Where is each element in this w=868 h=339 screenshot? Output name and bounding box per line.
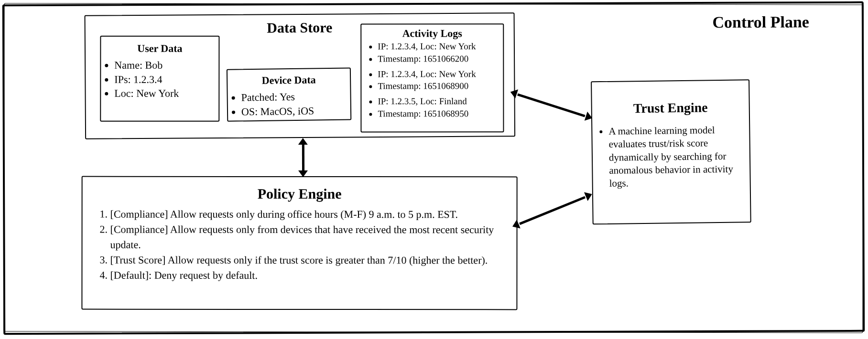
user-data-box: User Data Name: Bob IPs: 1.2.3.4 Loc: Ne… — [100, 36, 219, 122]
device-patched: Patched: Yes — [241, 89, 350, 104]
trust-engine-title: Trust Engine — [592, 99, 749, 117]
device-data-list: Patched: Yes OS: MacOS, iOS — [228, 89, 350, 118]
control-plane-container: Control Plane Data Store User Data Name:… — [2, 1, 865, 335]
rule-3: [Trust Score] Allow requests only if the… — [110, 252, 498, 268]
device-os: OS: MacOS, iOS — [241, 104, 350, 118]
device-data-box: Device Data Patched: Yes OS: MacOS, iOS — [227, 67, 351, 121]
log0-ts: Timestamp: 1651066200 — [378, 53, 500, 64]
activity-entry-0: IP: 1.2.3.4, Loc: New York Timestamp: 16… — [364, 41, 500, 64]
user-data-title: User Data — [101, 42, 218, 55]
log2-ts: Timestamp: 1651068950 — [378, 108, 500, 119]
user-data-list: Name: Bob IPs: 1.2.3.4 Loc: New York — [101, 59, 218, 100]
activity-logs-box: Activity Logs IP: 1.2.3.4, Loc: New York… — [360, 23, 504, 132]
policy-engine-title: Policy Engine — [83, 186, 517, 202]
rule-4: [Default]: Deny request by default. — [110, 267, 497, 283]
policy-rules-list: [Compliance] Allow requests only during … — [101, 207, 497, 283]
activity-entry-1: IP: 1.2.3.4, Loc: New York Timestamp: 16… — [364, 68, 500, 92]
device-data-title: Device Data — [228, 73, 350, 87]
trust-engine-desc: A machine learning model evaluates trust… — [608, 123, 741, 190]
log0-ip: IP: 1.2.3.4, Loc: New York — [378, 41, 500, 52]
log2-ip: IP: 1.2.3.5, Loc: Finland — [378, 95, 500, 107]
rule-2: [Compliance] Allow requests only from de… — [110, 222, 498, 253]
trust-engine-desc-list: A machine learning model evaluates trust… — [592, 123, 750, 190]
activity-logs-title: Activity Logs — [361, 27, 503, 40]
log1-ip: IP: 1.2.3.4, Loc: New York — [378, 68, 500, 80]
control-plane-title: Control Plane — [712, 13, 809, 32]
activity-entry-2: IP: 1.2.3.5, Loc: Finland Timestamp: 165… — [364, 95, 500, 119]
arrow-datastore-trust-icon — [505, 76, 597, 135]
data-store-box: Data Store User Data Name: Bob IPs: 1.2.… — [85, 12, 516, 139]
user-ips: IPs: 1.2.3.4 — [114, 73, 218, 86]
user-loc: Loc: New York — [114, 87, 218, 100]
log1-ts: Timestamp: 1651068900 — [378, 80, 500, 92]
arrow-datastore-policy-icon — [296, 138, 310, 177]
user-name: Name: Bob — [114, 59, 218, 72]
rule-1: [Compliance] Allow requests only during … — [110, 207, 498, 222]
policy-engine-box: Policy Engine [Compliance] Allow request… — [81, 176, 517, 310]
arrow-policy-trust-icon — [506, 179, 599, 243]
trust-engine-box: Trust Engine A machine learning model ev… — [591, 79, 751, 224]
